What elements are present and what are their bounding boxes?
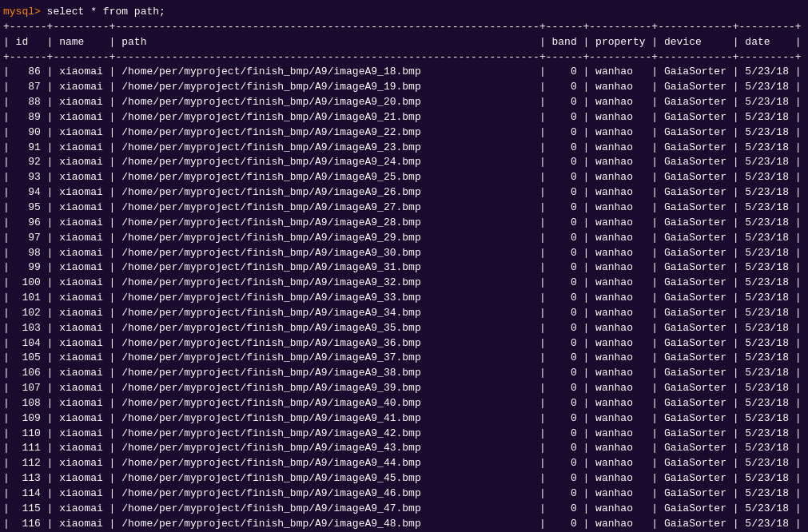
- terminal-window: mysql> select * from path; +------+-----…: [0, 0, 808, 532]
- prompt-line: mysql> select * from path;: [3, 5, 805, 20]
- command-text: select * from path;: [41, 6, 165, 18]
- table-output: +------+---------+----------------------…: [3, 20, 805, 532]
- prompt-text: mysql>: [3, 6, 41, 18]
